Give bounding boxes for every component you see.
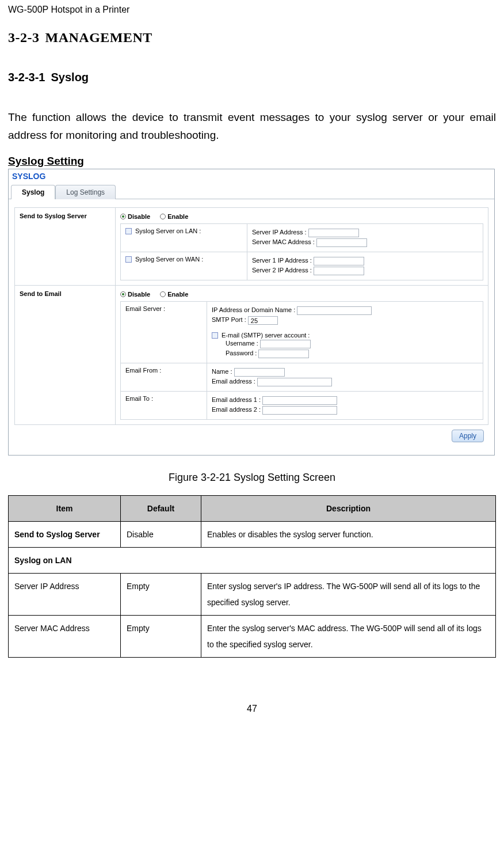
email-username-label: Username : <box>226 340 258 347</box>
row-label-syslog: Send to Syslog Server <box>15 207 116 285</box>
checkbox-smtp-account[interactable] <box>212 332 218 339</box>
cell-item: Send to Syslog Server <box>9 522 121 548</box>
lan-ip-input[interactable] <box>308 229 359 237</box>
email-from-addr-input[interactable] <box>257 378 332 386</box>
section-title: MANAGEMENT <box>45 30 152 45</box>
page-number: 47 <box>8 692 496 722</box>
cell-desc: Enables or disables the syslog server fu… <box>201 522 496 548</box>
cell-item: Server MAC Address <box>9 616 121 658</box>
syslog-wan-label: Syslog Server on WAN : <box>135 256 203 263</box>
radio-syslog-enable-label: Enable <box>167 213 188 220</box>
radio-email-disable[interactable] <box>120 291 126 297</box>
figure-caption: Figure 3-2-21 Syslog Setting Screen <box>8 472 496 484</box>
cell-desc: Enter syslog server's IP address. The WG… <box>201 574 496 616</box>
section-heading: 3-2-3MANAGEMENT <box>8 30 496 45</box>
wan-ip1-input[interactable] <box>314 257 364 265</box>
email-to2-label: Email address 2 : <box>212 407 261 413</box>
lan-ip-label: Server IP Address : <box>252 229 307 236</box>
tab-syslog[interactable]: Syslog <box>11 185 55 199</box>
radio-syslog-enable[interactable] <box>160 214 166 219</box>
radio-email-disable-label: Disable <box>128 291 150 298</box>
cell-default: Empty <box>121 616 201 658</box>
email-ipdomain-label: IP Address or Domain Name : <box>212 306 295 313</box>
document-header: WG-500P Hotspot in a Printer <box>8 5 496 15</box>
tabstrip: Syslog Log Settings <box>9 184 494 199</box>
email-password-input[interactable] <box>258 350 309 358</box>
email-from-label: Email From : <box>121 363 207 392</box>
subsection-title: Syslog <box>51 71 89 83</box>
cell-desc: Enter the syslog server's MAC address. T… <box>201 616 496 658</box>
radio-syslog-disable-label: Disable <box>128 213 150 220</box>
cell-item: Server IP Address <box>9 574 121 616</box>
wan-ip1-label: Server 1 IP Address : <box>252 257 312 264</box>
email-smtp-label: SMTP Port : <box>212 316 246 323</box>
email-to-label: Email To : <box>121 392 207 420</box>
email-to2-input[interactable] <box>262 406 337 415</box>
cell-default: Disable <box>121 522 201 548</box>
lan-mac-input[interactable] <box>316 238 367 247</box>
email-ipdomain-input[interactable] <box>297 306 372 315</box>
email-from-addr-label: Email address : <box>212 378 255 385</box>
section-number: 3-2-3 <box>8 30 39 45</box>
syslog-screenshot: SYSLOG Syslog Log Settings Send to Syslo… <box>8 169 495 456</box>
description-table: Item Default Description Send to Syslog … <box>8 495 496 658</box>
email-account-label: E-mail (SMTP) server account : <box>222 332 310 339</box>
checkbox-lan[interactable] <box>125 228 132 234</box>
table-row: Server MAC Address Empty Enter the syslo… <box>9 616 496 658</box>
syslog-lan-label: Syslog Server on LAN : <box>135 227 201 234</box>
wan-ip2-label: Server 2 IP Address : <box>252 267 312 274</box>
table-row: Send to Syslog Server Disable Enables or… <box>9 522 496 548</box>
subsection-heading: 3-2-3-1Syslog <box>8 71 496 84</box>
email-password-label: Password : <box>226 350 257 357</box>
panel-title: SYSLOG <box>9 169 494 184</box>
radio-email-enable-label: Enable <box>167 291 188 298</box>
lan-mac-label: Server MAC Address : <box>252 238 315 245</box>
th-default: Default <box>121 496 201 522</box>
email-to1-label: Email address 1 : <box>212 397 261 404</box>
apply-button[interactable]: Apply <box>452 430 484 442</box>
email-server-label: Email Server : <box>121 301 207 363</box>
table-section-row: Syslog on LAN <box>9 548 496 574</box>
wan-ip2-input[interactable] <box>314 267 364 275</box>
email-sub-table: Email Server : IP Address or Domain Name… <box>120 301 483 420</box>
subsection-number: 3-2-3-1 <box>8 71 45 83</box>
setting-heading: Syslog Setting <box>8 155 496 168</box>
radio-email-enable[interactable] <box>160 291 166 297</box>
syslog-sub-table: Syslog Server on LAN : Server IP Address… <box>120 223 483 280</box>
email-from-name-input[interactable] <box>234 368 285 377</box>
th-item: Item <box>9 496 121 522</box>
table-row: Server IP Address Empty Enter syslog ser… <box>9 574 496 616</box>
th-description: Description <box>201 496 496 522</box>
radio-syslog-disable[interactable] <box>120 214 126 219</box>
cell-section: Syslog on LAN <box>9 548 496 574</box>
email-smtp-input[interactable]: 25 <box>248 316 278 325</box>
email-from-name-label: Name : <box>212 369 232 375</box>
cell-default: Empty <box>121 574 201 616</box>
email-to1-input[interactable] <box>262 396 337 405</box>
checkbox-wan[interactable] <box>125 256 132 263</box>
tab-log-settings[interactable]: Log Settings <box>55 185 116 199</box>
form-table: Send to Syslog Server Disable Enable Sys… <box>14 207 488 426</box>
row-label-email: Send to Email <box>15 285 116 425</box>
email-username-input[interactable] <box>260 340 311 348</box>
intro-paragraph: The function allows the device to transm… <box>8 108 496 145</box>
